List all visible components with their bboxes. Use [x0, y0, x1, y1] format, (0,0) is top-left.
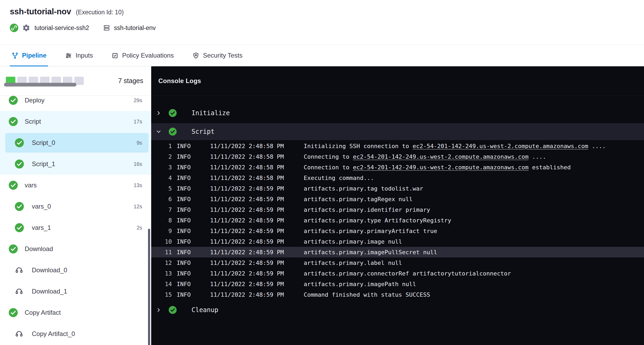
tab-policy-evaluations[interactable]: Policy Evaluations [110, 45, 175, 66]
log-link[interactable]: ec2-54-201-142-249.us-west-2.compute.ama… [413, 143, 588, 149]
section-label: Cleanup [192, 306, 218, 314]
stage-row[interactable]: vars 13s [0, 175, 151, 196]
tab-label: Inputs [76, 52, 93, 59]
stage-label: vars_1 [32, 224, 51, 231]
log-row: 12 INFO 11/11/2022 2:48:59 PM artifacts.… [151, 257, 644, 268]
success-check-icon [9, 117, 18, 126]
tab-label: Policy Evaluations [122, 52, 174, 59]
success-check-icon [9, 181, 18, 190]
stage-row[interactable]: Copy Artifact_0 [0, 323, 151, 344]
log-message: Initializing SSH connection to ec2-54-20… [304, 143, 644, 149]
stage-duration: 9s [137, 140, 151, 146]
success-check-icon [169, 109, 177, 117]
stage-duration: 12s [134, 204, 151, 210]
progress-scrollbar[interactable] [4, 83, 76, 87]
log-row: 13 INFO 11/11/2022 2:48:59 PM artifacts.… [151, 268, 644, 279]
log-link[interactable]: ec2-54-201-142-249.us-west-2.compute.ama… [353, 164, 528, 171]
sidebar-scrollbar[interactable] [148, 229, 150, 345]
success-check-icon [169, 306, 177, 314]
section-label: Script [192, 128, 215, 135]
log-section-cleanup[interactable]: Cleanup [151, 301, 644, 318]
log-line-number: 6 [151, 196, 172, 202]
log-line-number: 11 [151, 249, 172, 256]
log-text: artifacts.primary.image null [304, 238, 402, 245]
stage-label: Script [25, 118, 41, 125]
log-message: artifacts.primary.tag todolist.war [304, 185, 644, 192]
stage-label: Script_1 [32, 160, 55, 168]
log-message: Connection to ec2-54-201-142-249.us-west… [304, 164, 644, 171]
success-check-icon [15, 202, 24, 211]
console-panel: Console Logs Initialize [151, 66, 644, 345]
log-line-number: 9 [151, 228, 172, 234]
inputs-icon [65, 52, 72, 59]
environment-icon [103, 24, 110, 32]
stage-duration: 16s [134, 161, 151, 167]
gear-icon[interactable] [22, 24, 30, 32]
log-text: artifacts.primary.label null [304, 260, 402, 266]
log-row: 8 INFO 11/11/2022 2:48:59 PM artifacts.p… [151, 215, 644, 226]
step-icon [15, 329, 24, 338]
service-name[interactable]: tutorial-service-ssh2 [34, 24, 89, 32]
stage-label: vars [25, 182, 37, 189]
log-message: Executing command... [304, 175, 644, 181]
log-level: INFO [177, 249, 210, 256]
log-timestamp: 11/11/2022 2:48:59 PM [210, 270, 304, 277]
log-row: 4 INFO 11/11/2022 2:48:58 PM Executing c… [151, 172, 644, 183]
log-row: 3 INFO 11/11/2022 2:48:58 PM Connection … [151, 162, 644, 172]
log-text: Connection to [304, 164, 353, 171]
execution-page: ssh-tutorial-nov (Execution Id: 10) tuto… [0, 0, 644, 345]
log-row: 2 INFO 11/11/2022 2:48:58 PM Connecting … [151, 151, 644, 162]
stage-label: Download [25, 245, 53, 253]
log-timestamp: 11/11/2022 2:48:58 PM [210, 164, 304, 171]
chevron-down-icon[interactable] [155, 128, 162, 135]
chevron-right-icon[interactable] [155, 307, 162, 313]
chevron-right-icon[interactable] [155, 110, 162, 116]
tab-inputs[interactable]: Inputs [63, 45, 94, 66]
stages-count: 7 stages [118, 77, 143, 85]
stage-label: Copy Artifact_0 [32, 330, 75, 338]
stage-row[interactable]: Script_0 9s [0, 132, 151, 153]
tab-security-tests[interactable]: Security Tests [191, 45, 244, 66]
log-link[interactable]: ec2-54-201-142-249.us-west-2.compute.ama… [353, 153, 528, 160]
log-level: INFO [177, 217, 210, 224]
tab-label: Pipeline [22, 52, 46, 59]
log-text: artifacts.primary.type ArtifactoryRegist… [304, 217, 451, 224]
log-row: 10 INFO 11/11/2022 2:48:59 PM artifacts.… [151, 236, 644, 247]
stage-row[interactable]: Download_1 [0, 281, 151, 302]
stage-row[interactable]: vars_0 12s [0, 196, 151, 217]
log-message: artifacts.primary.primaryArtifact true [304, 228, 644, 234]
log-line-number: 10 [151, 238, 172, 245]
stage-row[interactable]: Download [0, 238, 151, 260]
log-timestamp: 11/11/2022 2:48:58 PM [210, 153, 304, 160]
log-level: INFO [177, 238, 210, 245]
environment-name[interactable]: ssh-tutorial-env [114, 24, 156, 32]
page-title: ssh-tutorial-nov [10, 7, 71, 16]
stage-row[interactable]: Script_1 16s [0, 153, 151, 175]
log-section-initialize[interactable]: Initialize [151, 105, 644, 122]
log-timestamp: 11/11/2022 2:48:59 PM [210, 291, 304, 298]
log-level: INFO [177, 143, 210, 149]
log-text: artifacts.primary.imagePullSecret null [304, 249, 437, 256]
log-line-number: 7 [151, 206, 172, 213]
log-row: 15 INFO 11/11/2022 2:48:59 PM Command fi… [151, 289, 644, 300]
log-level: INFO [177, 175, 210, 181]
log-row: 11 INFO 11/11/2022 2:48:59 PM artifacts.… [151, 247, 644, 257]
log-timestamp: 11/11/2022 2:48:59 PM [210, 228, 304, 234]
success-check-icon [9, 308, 18, 317]
log-message: artifacts.primary.connectorRef artifacto… [304, 270, 644, 277]
log-line-number: 12 [151, 260, 172, 266]
service-link-icon [10, 24, 18, 32]
stage-row[interactable]: vars_1 2s [0, 217, 151, 238]
execution-id: (Execution Id: 10) [76, 9, 124, 16]
log-section-script[interactable]: Script [151, 123, 644, 140]
log-line-number: 3 [151, 164, 172, 171]
log-row: 5 INFO 11/11/2022 2:48:59 PM artifacts.p… [151, 183, 644, 194]
log-line-number: 13 [151, 270, 172, 277]
stage-row[interactable]: Copy Artifact [0, 302, 151, 323]
tab-bar: Pipeline Inputs Policy Evaluations Secur… [0, 45, 644, 66]
log-timestamp: 11/11/2022 2:48:58 PM [210, 143, 304, 149]
tab-pipeline[interactable]: Pipeline [10, 45, 48, 66]
stage-row[interactable]: Download_0 [0, 260, 151, 281]
log-message: artifacts.primary.tagRegex null [304, 196, 644, 202]
stage-row[interactable]: Script 17s [0, 111, 151, 132]
